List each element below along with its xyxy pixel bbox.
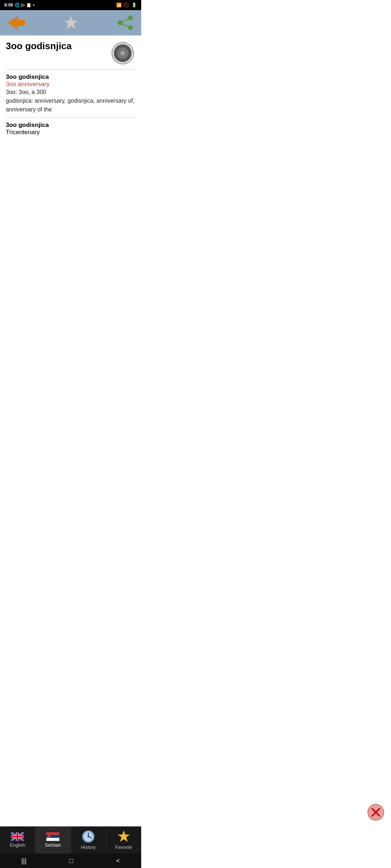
section-1: 3oo godisnjica 3oo anniversary 3oo: 3oo,…	[6, 73, 135, 114]
favorite-icon	[117, 830, 130, 843]
svg-line-5	[120, 18, 131, 23]
main-content: 3oo godisnjica 3oo godisnjica 3oo annive…	[0, 35, 141, 141]
svg-marker-0	[8, 16, 25, 30]
svg-rect-27	[46, 838, 59, 841]
section-divider-2	[6, 118, 135, 118]
svg-line-6	[120, 23, 131, 27]
speaker-button[interactable]	[110, 41, 135, 66]
share-button[interactable]	[117, 15, 134, 31]
home-button[interactable]: □	[63, 856, 79, 866]
status-bar: 8:09 🌐 ▷ 📋 • 📶 🚫 🔋	[0, 0, 141, 10]
word-header: 3oo godisnjica	[6, 41, 135, 66]
svg-rect-25	[46, 832, 59, 835]
tab-history[interactable]: History	[71, 826, 106, 854]
tricentenary-label: Tricentenary	[6, 129, 135, 136]
tab-favorite-label: Favorite	[115, 844, 132, 850]
status-icons: 📶 🚫 🔋	[116, 3, 137, 8]
recent-apps-button[interactable]: |||	[16, 856, 32, 866]
translation-red: 3oo anniversary	[6, 81, 135, 88]
tab-english[interactable]: English	[0, 826, 35, 854]
bottom-nav: English ☽ Serbian History Favorite	[0, 826, 141, 854]
favorite-star-button[interactable]	[63, 15, 79, 31]
tab-history-label: History	[81, 844, 96, 850]
serbia-flag-icon: ☽	[46, 832, 59, 841]
status-time: 8:09 🌐 ▷ 📋 •	[4, 3, 34, 8]
toolbar	[0, 10, 141, 35]
svg-rect-24	[11, 836, 24, 838]
tab-serbian-label: Serbian	[45, 842, 61, 848]
section-2: 3oo godisnjica Tricentenary	[6, 122, 135, 136]
tab-english-label: English	[10, 842, 25, 848]
section-word-1: 3oo godisnjica	[6, 73, 135, 81]
svg-marker-35	[118, 831, 130, 842]
breakdown-line1: 3oo: 3oo, a 300	[6, 88, 135, 97]
svg-point-34	[88, 836, 89, 837]
tab-serbian[interactable]: ☽ Serbian	[35, 826, 71, 854]
svg-marker-1	[64, 16, 78, 29]
clock-icon	[82, 830, 95, 843]
section-divider-1	[6, 69, 135, 70]
svg-point-11	[122, 52, 123, 54]
breakdown-line2: godisnjica: anniversary, godisnjica, ann…	[6, 97, 135, 114]
uk-flag-icon	[11, 832, 24, 841]
back-button[interactable]	[7, 16, 25, 30]
tab-favorite[interactable]: Favorite	[106, 826, 141, 854]
back-system-button[interactable]: <	[110, 856, 126, 866]
system-nav: ||| □ <	[0, 854, 141, 868]
section-word-2: 3oo godisnjica	[6, 122, 135, 129]
word-title: 3oo godisnjica	[6, 41, 110, 52]
